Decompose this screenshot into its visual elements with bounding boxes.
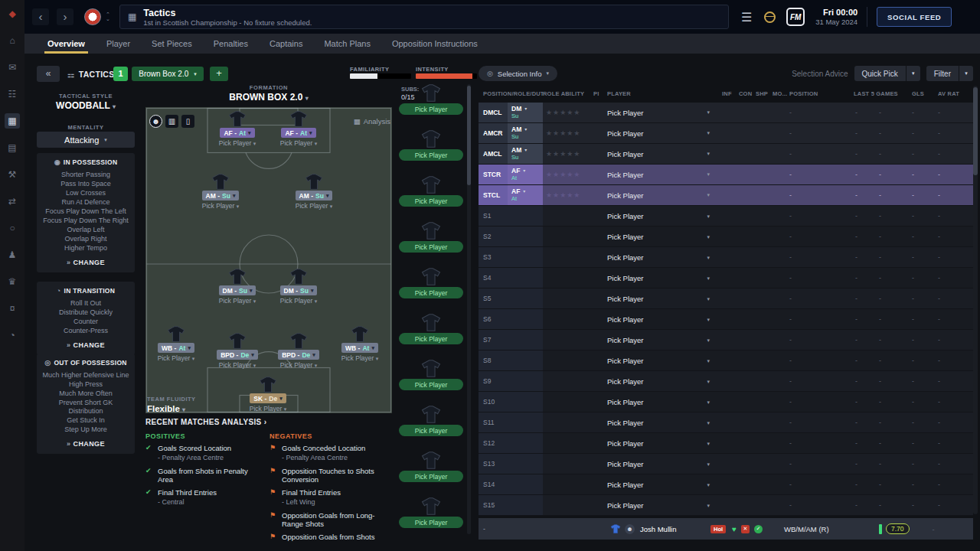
- pick-player-dropdown[interactable]: Pick Player ▾: [219, 297, 256, 305]
- collapse-panel-button[interactable]: «: [37, 66, 60, 82]
- column-header[interactable]: AV RAT: [938, 90, 964, 97]
- quick-pick-chevron[interactable]: ▾: [906, 66, 920, 81]
- schedule-icon[interactable]: ▤: [5, 140, 20, 155]
- column-header[interactable]: MO...: [773, 90, 789, 97]
- role-duty-dropdown[interactable]: AM▾Su: [508, 144, 543, 164]
- pitch-slot-dm-right[interactable]: DM -Su▾ Pick Player ▾: [266, 269, 331, 305]
- squad-row-s4[interactable]: S4 Pick Player▾ - -- - -: [479, 268, 973, 289]
- stats-view-button[interactable]: ▥: [165, 115, 178, 128]
- pick-player-dropdown[interactable]: Pick Player ▾: [219, 361, 256, 369]
- tab-overview[interactable]: Overview: [37, 34, 96, 54]
- social-feed-button[interactable]: SOCIAL FEED: [877, 7, 952, 27]
- filter-button[interactable]: Filter: [926, 66, 959, 81]
- role-duty-pill[interactable]: AM -Su▾: [296, 191, 333, 201]
- pick-player-dropdown[interactable]: Pick Player▾: [607, 109, 722, 117]
- player-name[interactable]: Josh Mullin: [640, 525, 710, 533]
- pick-player-dropdown[interactable]: Pick Player▾: [607, 253, 722, 262]
- column-header[interactable]: LAST 5 GAMES: [854, 90, 912, 97]
- home-icon[interactable]: ⌂: [5, 33, 20, 48]
- pick-player-dropdown[interactable]: Pick Player▾: [607, 419, 722, 427]
- role-duty-pill[interactable]: WB -At▾: [341, 343, 378, 353]
- si-logo-icon[interactable]: ◆: [5, 6, 20, 21]
- role-duty-dropdown[interactable]: AM▾Su: [508, 123, 543, 143]
- squad-row-s9[interactable]: S9 Pick Player▾ - -- - -: [479, 371, 973, 392]
- competitions-icon[interactable]: ♛: [5, 274, 20, 289]
- pick-player-dropdown[interactable]: Pick Player ▾: [341, 354, 378, 362]
- squad-scrollbar[interactable]: [973, 86, 978, 514]
- column-header[interactable]: ROLE ABILITY: [543, 90, 593, 97]
- squad-row-s12[interactable]: S12 Pick Player▾ - -- - -: [479, 433, 973, 454]
- training-icon[interactable]: ⚒: [5, 167, 20, 182]
- pick-player-button[interactable]: Pick Player: [399, 333, 463, 344]
- pick-player-dropdown[interactable]: Pick Player▾: [607, 357, 722, 365]
- column-header[interactable]: POSITION/ROLE/DUTY: [479, 90, 543, 97]
- squad-row-dmcl[interactable]: DMCL DM▾Su ★★★★★ Pick Player▾ - -- - -: [479, 103, 973, 123]
- tab-opposition-instructions[interactable]: Opposition Instructions: [381, 34, 488, 54]
- column-header[interactable]: CON: [739, 90, 756, 97]
- pitch-slot-cb-left[interactable]: BPD -De▾ Pick Player ▾: [205, 333, 270, 369]
- role-duty-pill[interactable]: AF -At▾: [281, 128, 315, 138]
- profile-switcher[interactable]: ⌃⌄: [106, 12, 110, 21]
- tactic-preset-dropdown[interactable]: Brown Box 2.0▾: [132, 67, 204, 81]
- tactical-style-dropdown[interactable]: WOODBALL ▾: [37, 100, 135, 111]
- add-tactic-button[interactable]: +: [210, 67, 228, 81]
- pick-player-button[interactable]: Pick Player: [399, 379, 463, 390]
- pitch-slot-am-left[interactable]: AM -Su▾ Pick Player ▾: [188, 174, 253, 210]
- pick-player-dropdown[interactable]: Pick Player▾: [607, 398, 722, 406]
- player-view-button[interactable]: ☻: [149, 115, 162, 128]
- formation-dropdown[interactable]: BROWN BOX 2.0 ▾: [145, 92, 392, 103]
- pick-player-button[interactable]: Pick Player: [399, 425, 463, 436]
- pick-player-dropdown[interactable]: Pick Player▾: [607, 460, 722, 468]
- inbox-icon[interactable]: ✉: [5, 60, 20, 75]
- pick-player-dropdown[interactable]: Pick Player▾: [607, 274, 722, 282]
- pick-player-dropdown[interactable]: Pick Player ▾: [219, 139, 256, 147]
- squad-row-s11[interactable]: S11 Pick Player▾ - -- - -: [479, 412, 973, 433]
- tab-captains[interactable]: Captains: [259, 34, 313, 54]
- role-duty-pill[interactable]: DM -Su▾: [219, 285, 256, 295]
- pick-player-dropdown[interactable]: Pick Player▾: [607, 171, 722, 179]
- pick-player-dropdown[interactable]: Pick Player▾: [607, 315, 722, 324]
- column-header[interactable]: GLS: [912, 90, 938, 97]
- squad-row-amcr[interactable]: AMCR AM▾Su ★★★★★ Pick Player▾ - -- - -: [479, 123, 973, 144]
- column-header[interactable]: PI: [593, 90, 607, 97]
- pick-player-dropdown[interactable]: Pick Player ▾: [202, 202, 239, 210]
- squad-row-s6[interactable]: S6 Pick Player▾ - -- - -: [479, 309, 973, 330]
- role-duty-dropdown[interactable]: AF▾At: [508, 185, 543, 205]
- column-header[interactable]: POSITION: [789, 90, 854, 97]
- pick-player-dropdown[interactable]: Pick Player▾: [607, 295, 722, 303]
- back-button[interactable]: ‹: [32, 8, 49, 25]
- pick-player-button[interactable]: Pick Player: [399, 195, 463, 207]
- menu-icon[interactable]: ☰: [741, 10, 752, 24]
- role-duty-pill[interactable]: AM -Su▾: [202, 191, 240, 201]
- pick-player-dropdown[interactable]: Pick Player▾: [607, 439, 722, 448]
- club-badge-icon[interactable]: [84, 8, 101, 25]
- tactics-icon[interactable]: ▦: [5, 113, 20, 129]
- pick-player-dropdown[interactable]: Pick Player▾: [607, 377, 722, 386]
- squad-row-amcl[interactable]: AMCL AM▾Su ★★★★★ Pick Player▾ - -- - -: [479, 144, 973, 165]
- selection-advice-button[interactable]: Selection Advice: [792, 70, 848, 78]
- pick-player-dropdown[interactable]: Pick Player▾: [607, 336, 722, 344]
- squad-row-s2[interactable]: S2 Pick Player▾ - -- - -: [479, 227, 973, 247]
- pick-player-button[interactable]: Pick Player: [399, 517, 463, 528]
- pick-player-dropdown[interactable]: Pick Player ▾: [280, 361, 317, 369]
- column-header[interactable]: PLAYER: [607, 90, 722, 97]
- squad-row-stcr[interactable]: STCR AF▾At ★★★★★ Pick Player▾ - -- - -: [479, 165, 973, 185]
- analysis-toggle[interactable]: ▦Analysis: [354, 117, 390, 126]
- subs-scrollbar[interactable]: [467, 84, 471, 534]
- transfers-icon[interactable]: ⇄: [5, 194, 20, 209]
- column-header[interactable]: INF: [722, 90, 739, 97]
- tactic-slot-button[interactable]: 1: [113, 67, 128, 81]
- team-fluidity-dropdown[interactable]: Flexible ▾: [147, 404, 185, 413]
- change-button[interactable]: »CHANGE: [41, 259, 131, 266]
- pitch-slot-am-right[interactable]: AM -Su▾ Pick Player ▾: [282, 174, 346, 210]
- tab-penalties[interactable]: Penalties: [203, 34, 259, 54]
- pitch-slot-wb-left[interactable]: WB -At▾ Pick Player ▾: [144, 326, 208, 362]
- tab-player[interactable]: Player: [96, 34, 141, 54]
- role-duty-pill[interactable]: DM -Su▾: [280, 285, 318, 295]
- pick-player-dropdown[interactable]: Pick Player▾: [607, 150, 722, 158]
- tab-match-plans[interactable]: Match Plans: [313, 34, 381, 54]
- squad-row-stcl[interactable]: STCL AF▾At ★★★★★ Pick Player▾ - -- - -: [479, 185, 973, 206]
- squad-row-s14[interactable]: S14 Pick Player▾ - -- - -: [479, 474, 973, 495]
- club-icon[interactable]: ♟: [5, 247, 20, 262]
- pick-player-dropdown[interactable]: Pick Player▾: [607, 481, 722, 489]
